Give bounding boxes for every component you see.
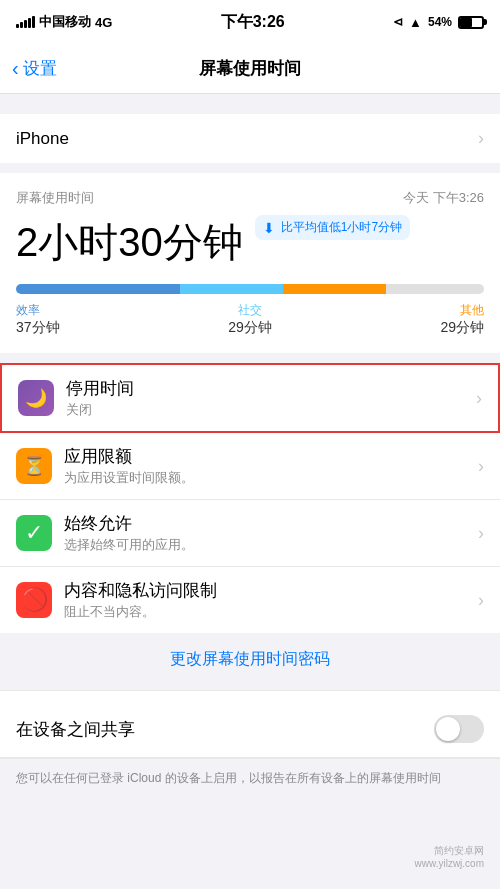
wifi-icon: ▲: [409, 15, 422, 30]
content-privacy-text: 内容和隐私访问限制 阻止不当内容。: [64, 579, 478, 621]
always-allowed-title: 始终允许: [64, 512, 478, 535]
app-limits-text: 应用限额 为应用设置时间限额。: [64, 445, 478, 487]
always-allowed-text: 始终允许 选择始终可用的应用。: [64, 512, 478, 554]
label-social: 社交 29分钟: [228, 302, 272, 337]
content-privacy-title: 内容和隐私访问限制: [64, 579, 478, 602]
usage-labels: 效率 37分钟 社交 29分钟 其他 29分钟: [16, 302, 484, 337]
iphone-label: iPhone: [16, 129, 69, 149]
compare-down-icon: ⬇: [263, 220, 275, 236]
nav-title: 屏幕使用时间: [199, 57, 301, 80]
battery-icon: [458, 16, 484, 29]
share-section: 在设备之间共享: [0, 701, 500, 758]
usage-header-value: 今天 下午3:26: [403, 189, 484, 207]
bar-social: [180, 284, 283, 294]
app-limits-subtitle: 为应用设置时间限额。: [64, 469, 478, 487]
status-bar: 中国移动 4G 下午3:26 ⊲ ▲ 54%: [0, 0, 500, 44]
downtime-text: 停用时间 关闭: [66, 377, 476, 419]
toggle-thumb: [436, 717, 460, 741]
status-right: ⊲ ▲ 54%: [393, 15, 484, 30]
downtime-chevron-icon: ›: [476, 388, 482, 409]
iphone-chevron-icon: ›: [478, 128, 484, 149]
features-section: 🌙 停用时间 关闭 › ⏳ 应用限额 为应用设置时间限额。 › ✓ 始终允许 选…: [0, 363, 500, 633]
usage-header: 屏幕使用时间 今天 下午3:26: [16, 189, 484, 215]
content-privacy-subtitle: 阻止不当内容。: [64, 603, 478, 621]
bar-empty: [386, 284, 484, 294]
usage-compare: ⬇ 比平均值低1小时7分钟: [255, 215, 410, 240]
back-label: 设置: [23, 57, 57, 80]
iphone-row[interactable]: iPhone ›: [0, 114, 500, 163]
feature-row-content-privacy[interactable]: 🚫 内容和隐私访问限制 阻止不当内容。 ›: [0, 567, 500, 633]
label-other: 其他 29分钟: [440, 302, 484, 337]
status-left: 中国移动 4G: [16, 13, 112, 31]
watermark: 简约安卓网 www.yilzwj.com: [415, 844, 484, 869]
location-icon: ⊲: [393, 15, 403, 29]
app-limits-icon: ⏳: [16, 448, 52, 484]
usage-big-time: 2小时30分钟: [16, 215, 243, 270]
downtime-icon: 🌙: [18, 380, 54, 416]
signal-bars: [16, 16, 35, 28]
nav-bar: ‹ 设置 屏幕使用时间: [0, 44, 500, 94]
share-toggle[interactable]: [434, 715, 484, 743]
network-label: 4G: [95, 15, 112, 30]
bar-other: [283, 284, 386, 294]
app-limits-chevron-icon: ›: [478, 456, 484, 477]
carrier-label: 中国移动: [39, 13, 91, 31]
feature-row-always-allowed[interactable]: ✓ 始终允许 选择始终可用的应用。 ›: [0, 500, 500, 567]
usage-bar: [16, 284, 484, 294]
usage-header-label: 屏幕使用时间: [16, 189, 94, 207]
status-time: 下午3:26: [221, 12, 285, 33]
content-privacy-icon: 🚫: [16, 582, 52, 618]
bar-efficiency: [16, 284, 180, 294]
password-link-container: 更改屏幕使用时间密码: [0, 633, 500, 686]
feature-row-app-limits[interactable]: ⏳ 应用限额 为应用设置时间限额。 ›: [0, 433, 500, 500]
back-button[interactable]: ‹ 设置: [12, 57, 57, 80]
share-title: 在设备之间共享: [16, 718, 135, 741]
feature-row-downtime[interactable]: 🌙 停用时间 关闭 ›: [2, 365, 498, 431]
battery-fill: [460, 18, 472, 27]
always-allowed-subtitle: 选择始终可用的应用。: [64, 536, 478, 554]
bottom-text: 您可以在任何已登录 iCloud 的设备上启用，以报告在所有设备上的屏幕使用时间: [0, 759, 500, 797]
downtime-title: 停用时间: [66, 377, 476, 400]
always-allowed-chevron-icon: ›: [478, 523, 484, 544]
battery-percent: 54%: [428, 15, 452, 29]
password-link[interactable]: 更改屏幕使用时间密码: [170, 650, 330, 667]
content-privacy-chevron-icon: ›: [478, 590, 484, 611]
usage-section: 屏幕使用时间 今天 下午3:26 2小时30分钟 ⬇ 比平均值低1小时7分钟 效…: [0, 173, 500, 353]
back-chevron-icon: ‹: [12, 57, 19, 80]
always-allowed-icon: ✓: [16, 515, 52, 551]
label-efficiency: 效率 37分钟: [16, 302, 60, 337]
downtime-subtitle: 关闭: [66, 401, 476, 419]
app-limits-title: 应用限额: [64, 445, 478, 468]
compare-text: 比平均值低1小时7分钟: [281, 219, 402, 236]
